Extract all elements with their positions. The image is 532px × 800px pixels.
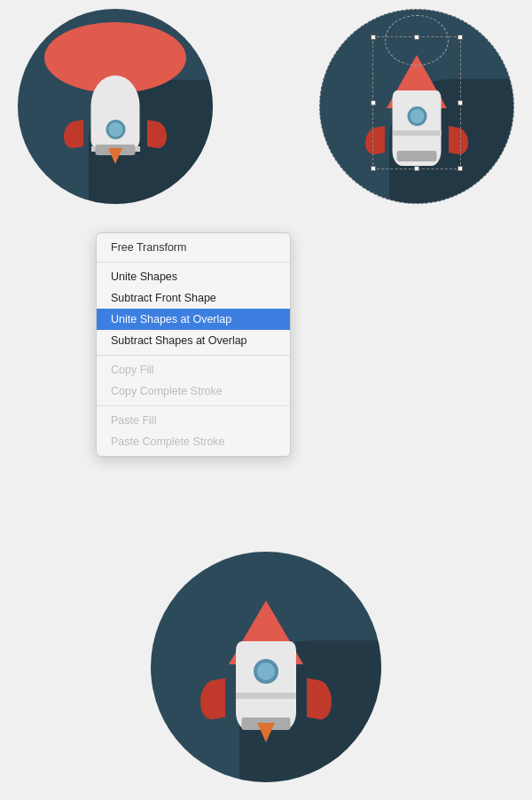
rocket-body-bottom	[236, 641, 296, 730]
rocket-topleft	[80, 49, 151, 164]
rocket-flame-bottom	[257, 723, 275, 742]
menu-item-unite-shapes[interactable]: Unite Shapes	[97, 266, 290, 287]
menu-item-unite-overlap[interactable]: Unite Shapes at Overlap	[97, 309, 290, 330]
rocket-icon-topright	[319, 9, 514, 204]
menu-item-free-transform[interactable]: Free Transform	[97, 237, 290, 258]
handle-tm	[414, 35, 419, 40]
handle-bl	[371, 166, 376, 171]
rocket-icon-topleft	[18, 9, 213, 204]
handle-tl	[371, 35, 376, 40]
menu-item-paste-stroke: Paste Complete Stroke	[97, 431, 290, 452]
handle-br	[458, 166, 463, 171]
rocket-fin-left	[64, 120, 83, 150]
handle-mr	[458, 100, 463, 106]
menu-separator-2	[97, 355, 290, 356]
rocket-body	[91, 75, 140, 151]
menu-separator-1	[97, 262, 290, 263]
selection-box	[372, 36, 461, 169]
menu-item-copy-fill: Copy Fill	[97, 359, 290, 380]
rocket-window-bottom	[254, 659, 278, 684]
menu-item-subtract-front[interactable]: Subtract Front Shape	[97, 287, 290, 309]
context-menu: Free Transform Unite Shapes Subtract Fro…	[96, 232, 291, 457]
handle-bm	[414, 166, 419, 171]
menu-separator-3	[97, 405, 290, 406]
rocket-icon-bottom	[151, 552, 381, 782]
rocket-window	[106, 120, 125, 139]
menu-item-paste-fill: Paste Fill	[97, 410, 290, 431]
rocket-stripe-bottom	[236, 693, 296, 699]
menu-item-copy-stroke: Copy Complete Stroke	[97, 380, 290, 402]
menu-item-subtract-overlap[interactable]: Subtract Shapes at Overlap	[97, 330, 290, 351]
rocket-fin-left-bottom	[200, 678, 225, 722]
handle-ml	[371, 100, 376, 106]
rocket-bottom	[222, 600, 310, 742]
rocket-flame	[108, 148, 122, 164]
handle-tr	[458, 35, 463, 40]
